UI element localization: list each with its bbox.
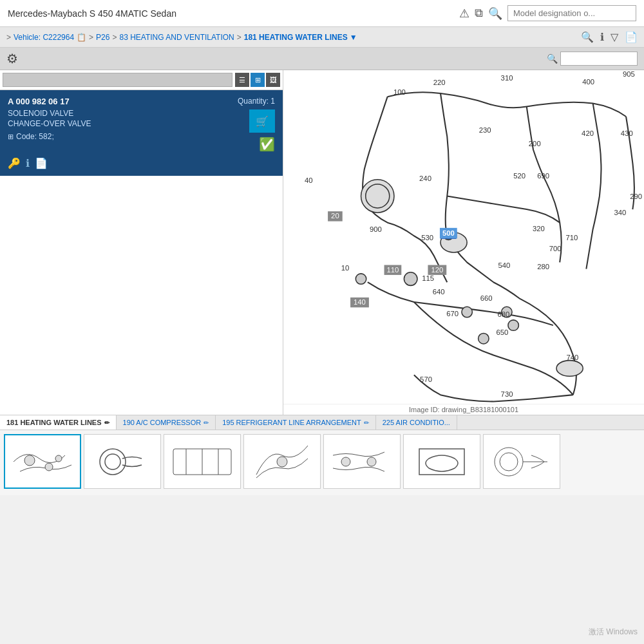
tab-refrigerant[interactable]: 195 REFRIGERANT LINE ARRANGEMENT ✏ xyxy=(216,415,376,430)
svg-text:520: 520 xyxy=(513,172,526,180)
model-search-input[interactable] xyxy=(507,5,636,21)
tab-edit-icon-3[interactable]: ✏ xyxy=(364,419,369,426)
svg-point-72 xyxy=(367,457,376,466)
svg-text:140: 140 xyxy=(354,298,366,306)
svg-text:310: 310 xyxy=(501,74,513,82)
thumb-diagram-6 xyxy=(406,436,477,488)
breadcrumb-vehicle[interactable]: Vehicle: C222964 xyxy=(14,33,74,42)
svg-text:290: 290 xyxy=(630,193,642,200)
vehicle-copy-icon[interactable]: 📋 xyxy=(77,33,86,42)
thumbnail-6[interactable] xyxy=(403,434,480,489)
svg-text:700: 700 xyxy=(549,245,562,252)
parts-search-input[interactable] xyxy=(560,52,638,66)
header-icons: ⚠ ⧉ 🔍 xyxy=(459,5,636,21)
svg-text:730: 730 xyxy=(501,390,513,398)
part-desc-solenoid: SOLENOID VALVE xyxy=(8,109,91,118)
diagram-area: 500 20 110 120 140 40 10 115 100 220 230… xyxy=(283,70,644,415)
image-view-btn[interactable]: 🖼 xyxy=(266,73,280,87)
svg-rect-70 xyxy=(327,436,397,488)
breadcrumb-arrow: > xyxy=(6,33,11,42)
svg-text:690: 690 xyxy=(537,172,549,180)
svg-text:200: 200 xyxy=(529,140,541,147)
image-id: Image ID: drawing_B83181000101 xyxy=(283,404,644,415)
add-to-cart-button[interactable]: 🛒 xyxy=(249,109,275,133)
thumb-diagram-3 xyxy=(167,436,238,488)
svg-rect-73 xyxy=(406,436,477,488)
parts-diagram: 500 20 110 120 140 40 10 115 100 220 230… xyxy=(283,70,644,415)
sep1: > xyxy=(89,33,93,42)
thumbnail-5[interactable] xyxy=(323,434,401,489)
copy-icon[interactable]: ⧉ xyxy=(475,6,483,20)
svg-point-8 xyxy=(462,307,472,317)
dropdown-icon: ▼ xyxy=(350,33,357,42)
svg-text:530: 530 xyxy=(421,234,433,242)
info-icon[interactable]: ℹ xyxy=(600,31,604,43)
svg-text:740: 740 xyxy=(566,354,578,361)
tab-edit-icon-2[interactable]: ✏ xyxy=(204,419,209,426)
breadcrumb-heating[interactable]: 83 HEATING AND VENTILATION xyxy=(119,33,234,42)
app-title: Mercedes-Maybach S 450 4MATIC Sedan xyxy=(8,8,176,19)
export-icon[interactable]: 📄 xyxy=(625,31,638,43)
thumb-diagram-4 xyxy=(247,436,317,488)
grid-view-btn[interactable]: ⊞ xyxy=(251,73,265,87)
svg-text:900: 900 xyxy=(370,225,382,233)
svg-text:100: 100 xyxy=(393,88,406,96)
thumbnail-4[interactable] xyxy=(243,434,321,489)
warning-icon[interactable]: ⚠ xyxy=(459,6,469,21)
thumbnail-7[interactable] xyxy=(483,434,560,489)
file-icon[interactable]: 📄 xyxy=(35,157,48,169)
parts-search-bar: ☰ ⊞ 🖼 xyxy=(0,70,283,90)
filter-icon[interactable]: ▽ xyxy=(611,31,618,43)
svg-rect-60 xyxy=(87,436,158,488)
key-icon[interactable]: 🔑 xyxy=(8,157,21,169)
main-content: ☰ ⊞ 🖼 A 000 982 06 17 SOLENOID VALVE CHA… xyxy=(0,70,644,415)
svg-text:570: 570 xyxy=(420,375,432,383)
svg-text:680: 680 xyxy=(497,310,509,318)
tab-edit-icon-1[interactable]: ✏ xyxy=(104,419,109,426)
part-quantity: Quantity: 1 xyxy=(238,97,275,106)
thumb-diagram-7 xyxy=(486,436,557,488)
tab-ac-compressor[interactable]: 190 A/C COMPRESSOR ✏ xyxy=(117,415,216,430)
parts-diagram-icon[interactable]: ⚙ xyxy=(6,51,18,66)
svg-text:10: 10 xyxy=(341,264,350,272)
svg-point-57 xyxy=(24,455,35,466)
breadcrumb-actions: 🔍 ℹ ▽ 📄 xyxy=(581,31,638,43)
svg-point-11 xyxy=(508,320,518,330)
svg-point-59 xyxy=(55,455,62,462)
breadcrumb-path: > Vehicle: C222964 📋 > P26 > 83 HEATING … xyxy=(6,33,357,42)
part-card: A 000 982 06 17 SOLENOID VALVE CHANGE-OV… xyxy=(0,90,283,176)
sep2: > xyxy=(112,33,117,42)
tab-heating-water[interactable]: 181 HEATING WATER LINES ✏ xyxy=(0,415,117,430)
svg-text:420: 420 xyxy=(582,129,594,137)
svg-text:320: 320 xyxy=(533,225,545,232)
breadcrumb: > Vehicle: C222964 📋 > P26 > 83 HEATING … xyxy=(0,27,644,48)
thumbnail-2[interactable] xyxy=(84,434,161,489)
list-view-btn[interactable]: ☰ xyxy=(235,73,249,87)
part-number: A 000 982 06 17 xyxy=(8,97,91,106)
check-availability-btn[interactable]: ✅ xyxy=(259,137,275,152)
tab-bar: 181 HEATING WATER LINES ✏ 190 A/C COMPRE… xyxy=(0,415,644,430)
svg-text:40: 40 xyxy=(305,176,313,184)
svg-text:120: 120 xyxy=(431,266,443,274)
thumbnail-3[interactable] xyxy=(164,434,241,489)
parts-filter-input[interactable] xyxy=(3,73,232,87)
sep3: > xyxy=(237,33,242,42)
tab-air-conditioning[interactable]: 225 AIR CONDITIO... xyxy=(376,415,457,430)
svg-point-69 xyxy=(277,457,287,467)
thumb-diagram-5 xyxy=(327,436,397,488)
svg-point-13 xyxy=(556,361,583,377)
breadcrumb-current[interactable]: 181 HEATING WATER LINES ▼ xyxy=(244,33,357,42)
search-icon-toolbar: 🔍 xyxy=(547,53,558,64)
thumb-diagram-2 xyxy=(87,436,158,488)
windows-watermark: 激活 Windows xyxy=(589,627,638,638)
breadcrumb-p26[interactable]: P26 xyxy=(96,33,109,42)
svg-point-58 xyxy=(45,463,53,471)
thumbnail-1[interactable] xyxy=(4,434,81,489)
search-icon[interactable]: 🔍 xyxy=(488,6,502,21)
info-circle-icon[interactable]: ℹ xyxy=(26,157,30,169)
header: Mercedes-Maybach S 450 4MATIC Sedan ⚠ ⧉ … xyxy=(0,0,644,27)
svg-text:340: 340 xyxy=(614,209,627,216)
zoom-in-icon[interactable]: 🔍 xyxy=(581,31,594,43)
svg-point-10 xyxy=(478,333,489,343)
left-panel: ☰ ⊞ 🖼 A 000 982 06 17 SOLENOID VALVE CHA… xyxy=(0,70,283,415)
